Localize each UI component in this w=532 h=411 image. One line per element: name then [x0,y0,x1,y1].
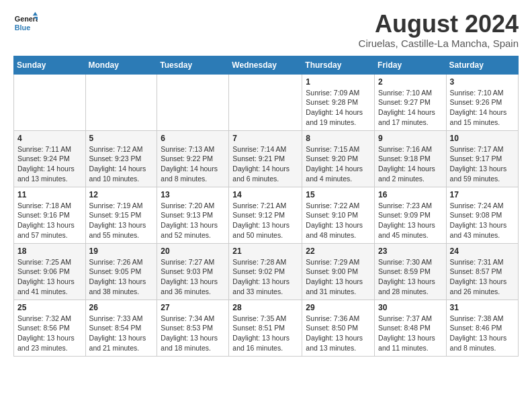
cell-info: Sunrise: 7:23 AM Sunset: 9:09 PM Dayligh… [378,201,443,240]
calendar-cell: 10Sunrise: 7:17 AM Sunset: 9:17 PM Dayli… [446,130,518,187]
cell-info: Sunrise: 7:22 AM Sunset: 9:10 PM Dayligh… [306,201,371,240]
calendar-week-row: 11Sunrise: 7:18 AM Sunset: 9:16 PM Dayli… [14,187,519,243]
calendar-cell [14,74,86,130]
calendar-cell: 23Sunrise: 7:30 AM Sunset: 8:59 PM Dayli… [375,243,447,300]
day-number: 28 [232,303,298,312]
cell-info: Sunrise: 7:14 AM Sunset: 9:21 PM Dayligh… [232,144,298,184]
cell-info: Sunrise: 7:32 AM Sunset: 8:56 PM Dayligh… [17,314,82,353]
day-number: 11 [17,190,82,199]
calendar-week-row: 4Sunrise: 7:11 AM Sunset: 9:24 PM Daylig… [14,130,519,187]
day-number: 1 [306,77,371,87]
calendar-cell: 12Sunrise: 7:19 AM Sunset: 9:15 PM Dayli… [85,187,157,243]
calendar-header-row: SundayMondayTuesdayWednesdayThursdayFrid… [14,56,519,74]
calendar-week-row: 25Sunrise: 7:32 AM Sunset: 8:56 PM Dayli… [14,300,519,356]
calendar-cell: 8Sunrise: 7:15 AM Sunset: 9:20 PM Daylig… [302,130,375,187]
cell-info: Sunrise: 7:17 AM Sunset: 9:17 PM Dayligh… [450,144,515,184]
cell-info: Sunrise: 7:37 AM Sunset: 8:48 PM Dayligh… [378,314,443,353]
calendar-cell: 9Sunrise: 7:16 AM Sunset: 9:18 PM Daylig… [375,130,447,187]
cell-info: Sunrise: 7:31 AM Sunset: 8:57 PM Dayligh… [450,257,515,297]
cell-info: Sunrise: 7:27 AM Sunset: 9:03 PM Dayligh… [161,257,225,297]
day-number: 29 [306,303,371,312]
calendar-cell: 26Sunrise: 7:33 AM Sunset: 8:54 PM Dayli… [85,300,157,356]
calendar-cell: 7Sunrise: 7:14 AM Sunset: 9:21 PM Daylig… [229,130,302,187]
calendar-cell [229,74,302,130]
calendar-cell: 11Sunrise: 7:18 AM Sunset: 9:16 PM Dayli… [14,187,86,243]
day-number: 25 [17,303,82,312]
column-header-thursday: Thursday [302,56,375,74]
day-number: 12 [89,190,154,199]
header: General Blue August 2024 Ciruelas, Casti… [13,11,519,49]
calendar-table: SundayMondayTuesdayWednesdayThursdayFrid… [13,56,519,357]
calendar-cell: 3Sunrise: 7:10 AM Sunset: 9:26 PM Daylig… [446,74,518,130]
calendar-cell: 18Sunrise: 7:25 AM Sunset: 9:06 PM Dayli… [14,243,86,300]
calendar-cell: 29Sunrise: 7:36 AM Sunset: 8:50 PM Dayli… [302,300,375,356]
calendar-cell: 20Sunrise: 7:27 AM Sunset: 9:03 PM Dayli… [157,243,229,300]
day-number: 23 [378,246,443,256]
day-number: 21 [232,246,298,256]
column-header-saturday: Saturday [446,56,518,74]
day-number: 10 [450,134,515,143]
calendar-cell: 19Sunrise: 7:26 AM Sunset: 9:05 PM Dayli… [85,243,157,300]
column-header-tuesday: Tuesday [157,56,229,74]
calendar-cell: 5Sunrise: 7:12 AM Sunset: 9:23 PM Daylig… [85,130,157,187]
column-header-wednesday: Wednesday [229,56,302,74]
calendar-cell: 17Sunrise: 7:24 AM Sunset: 9:08 PM Dayli… [446,187,518,243]
logo: General Blue [13,11,38,35]
cell-info: Sunrise: 7:25 AM Sunset: 9:06 PM Dayligh… [17,257,82,297]
svg-text:General: General [15,15,38,23]
column-header-sunday: Sunday [14,56,86,74]
cell-info: Sunrise: 7:35 AM Sunset: 8:51 PM Dayligh… [232,314,298,353]
calendar-cell: 25Sunrise: 7:32 AM Sunset: 8:56 PM Dayli… [14,300,86,356]
day-number: 9 [378,134,443,143]
cell-info: Sunrise: 7:18 AM Sunset: 9:16 PM Dayligh… [17,201,82,240]
day-number: 26 [89,303,154,312]
cell-info: Sunrise: 7:24 AM Sunset: 9:08 PM Dayligh… [450,201,515,240]
cell-info: Sunrise: 7:21 AM Sunset: 9:12 PM Dayligh… [232,201,298,240]
subtitle: Ciruelas, Castille-La Mancha, Spain [359,38,519,49]
calendar-cell: 13Sunrise: 7:20 AM Sunset: 9:13 PM Dayli… [157,187,229,243]
day-number: 3 [450,77,515,87]
cell-info: Sunrise: 7:30 AM Sunset: 8:59 PM Dayligh… [378,257,443,297]
day-number: 4 [17,134,82,143]
day-number: 17 [450,190,515,199]
cell-info: Sunrise: 7:11 AM Sunset: 9:24 PM Dayligh… [17,144,82,184]
calendar-cell: 14Sunrise: 7:21 AM Sunset: 9:12 PM Dayli… [229,187,302,243]
cell-info: Sunrise: 7:16 AM Sunset: 9:18 PM Dayligh… [378,144,443,184]
svg-text:Blue: Blue [15,24,30,32]
cell-info: Sunrise: 7:19 AM Sunset: 9:15 PM Dayligh… [89,201,154,240]
day-number: 14 [232,190,298,199]
page: General Blue August 2024 Ciruelas, Casti… [0,0,532,370]
calendar-week-row: 18Sunrise: 7:25 AM Sunset: 9:06 PM Dayli… [14,243,519,300]
cell-info: Sunrise: 7:15 AM Sunset: 9:20 PM Dayligh… [306,144,371,184]
day-number: 6 [161,134,225,143]
day-number: 5 [89,134,154,143]
calendar-cell: 28Sunrise: 7:35 AM Sunset: 8:51 PM Dayli… [229,300,302,356]
day-number: 31 [450,303,515,312]
calendar-cell: 1Sunrise: 7:09 AM Sunset: 9:28 PM Daylig… [302,74,375,130]
cell-info: Sunrise: 7:36 AM Sunset: 8:50 PM Dayligh… [306,314,371,353]
cell-info: Sunrise: 7:28 AM Sunset: 9:02 PM Dayligh… [232,257,298,297]
calendar-cell: 27Sunrise: 7:34 AM Sunset: 8:53 PM Dayli… [157,300,229,356]
calendar-cell [157,74,229,130]
column-header-monday: Monday [85,56,157,74]
cell-info: Sunrise: 7:13 AM Sunset: 9:22 PM Dayligh… [161,144,225,184]
cell-info: Sunrise: 7:10 AM Sunset: 9:27 PM Dayligh… [378,88,443,128]
main-title: August 2024 [359,11,519,38]
day-number: 20 [161,246,225,256]
cell-info: Sunrise: 7:29 AM Sunset: 9:00 PM Dayligh… [306,257,371,297]
cell-info: Sunrise: 7:09 AM Sunset: 9:28 PM Dayligh… [306,88,371,128]
day-number: 22 [306,246,371,256]
calendar-cell: 15Sunrise: 7:22 AM Sunset: 9:10 PM Dayli… [302,187,375,243]
calendar-cell: 6Sunrise: 7:13 AM Sunset: 9:22 PM Daylig… [157,130,229,187]
calendar-cell: 22Sunrise: 7:29 AM Sunset: 9:00 PM Dayli… [302,243,375,300]
day-number: 15 [306,190,371,199]
calendar-cell: 21Sunrise: 7:28 AM Sunset: 9:02 PM Dayli… [229,243,302,300]
title-block: August 2024 Ciruelas, Castille-La Mancha… [359,11,519,49]
cell-info: Sunrise: 7:26 AM Sunset: 9:05 PM Dayligh… [89,257,154,297]
calendar-cell: 16Sunrise: 7:23 AM Sunset: 9:09 PM Dayli… [375,187,447,243]
calendar-cell: 2Sunrise: 7:10 AM Sunset: 9:27 PM Daylig… [375,74,447,130]
day-number: 8 [306,134,371,143]
svg-marker-2 [33,12,38,15]
logo-icon: General Blue [13,11,38,35]
cell-info: Sunrise: 7:34 AM Sunset: 8:53 PM Dayligh… [161,314,225,353]
